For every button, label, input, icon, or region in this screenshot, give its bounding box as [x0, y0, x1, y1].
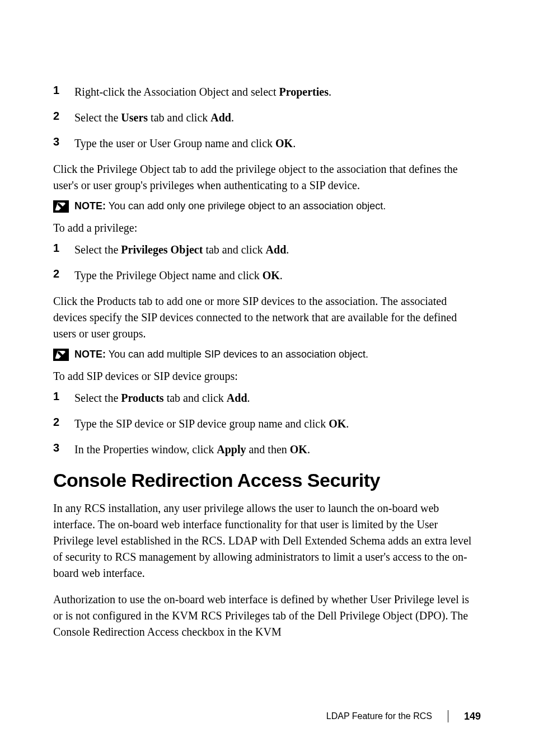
step-number: 2 [53, 110, 74, 125]
paragraph: Click the Privilege Object tab to add th… [53, 161, 481, 194]
step-item: 1 Select the Products tab and click Add. [53, 390, 481, 406]
step-item: 2 Type the SIP device or SIP device grou… [53, 416, 481, 431]
step-number: 3 [53, 442, 74, 457]
note-block: NOTE: You can add multiple SIP devices t… [53, 348, 481, 361]
paragraph: Authorization to use the on-board web in… [53, 591, 481, 640]
footer-page-number: 149 [464, 711, 481, 722]
paragraph: Click the Products tab to add one or mor… [53, 293, 481, 342]
paragraph: To add a privilege: [53, 220, 481, 236]
footer-section-title: LDAP Feature for the RCS [326, 711, 432, 721]
step-number: 3 [53, 135, 74, 151]
paragraph: To add SIP devices or SIP device groups: [53, 368, 481, 384]
step-number: 1 [53, 242, 74, 257]
note-text: NOTE: You can add only one privilege obj… [74, 199, 386, 213]
step-number: 2 [53, 416, 74, 431]
step-text: Type the SIP device or SIP device group … [74, 416, 481, 431]
step-item: 3 Type the user or User Group name and c… [53, 135, 481, 151]
step-item: 1 Right-click the Association Object and… [53, 84, 481, 100]
note-block: NOTE: You can add only one privilege obj… [53, 199, 481, 213]
note-pencil-icon [53, 349, 69, 361]
step-text: In the Properties window, click Apply an… [74, 442, 481, 457]
step-text: Type the Privilege Object name and click… [74, 267, 481, 283]
section-heading: Console Redirection Access Security [53, 469, 481, 491]
note-text: NOTE: You can add multiple SIP devices t… [74, 348, 368, 361]
step-text: Select the Products tab and click Add. [74, 390, 481, 406]
note-pencil-icon [53, 200, 69, 213]
step-number: 1 [53, 390, 74, 406]
step-number: 2 [53, 267, 74, 283]
paragraph: In any RCS installation, any user privil… [53, 500, 481, 581]
step-text: Right-click the Association Object and s… [74, 84, 481, 100]
footer-divider [448, 710, 448, 722]
page-footer: LDAP Feature for the RCS 149 [326, 710, 481, 722]
step-number: 1 [53, 84, 74, 100]
step-text: Type the user or User Group name and cli… [74, 135, 481, 151]
step-item: 1 Select the Privileges Object tab and c… [53, 242, 481, 257]
step-item: 3 In the Properties window, click Apply … [53, 442, 481, 457]
step-item: 2 Select the Users tab and click Add. [53, 110, 481, 125]
step-text: Select the Privileges Object tab and cli… [74, 242, 481, 257]
step-text: Select the Users tab and click Add. [74, 110, 481, 125]
step-item: 2 Type the Privilege Object name and cli… [53, 267, 481, 283]
